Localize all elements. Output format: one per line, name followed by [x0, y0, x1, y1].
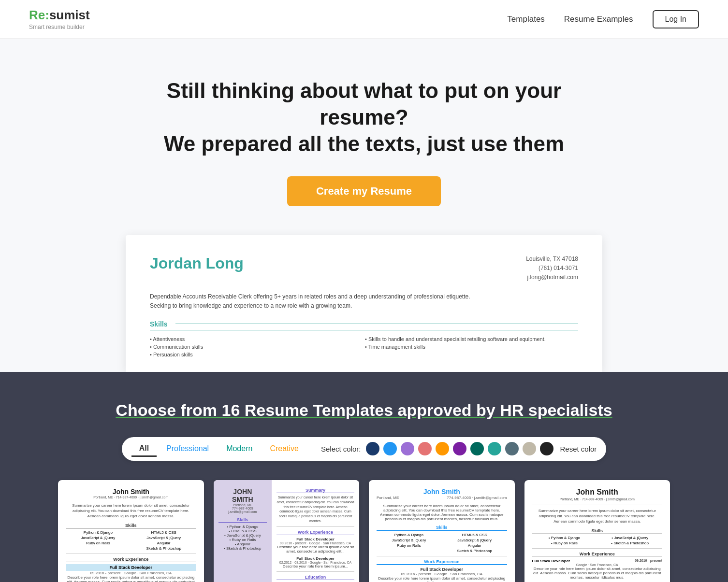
t1-name: John Smith — [66, 488, 196, 496]
t4-work-label: Work Experience — [532, 552, 663, 557]
reset-color-button[interactable]: Reset color — [560, 445, 597, 453]
template-card-4-inner: John Smith Portland, ME · 714-987-4009 ·… — [524, 480, 670, 582]
preview-skills-title: Skills — [150, 320, 578, 330]
t2-work-label: Work Experience — [277, 530, 354, 535]
t2-name: JOHNSMITH — [218, 488, 267, 503]
t2-summary: Summarize your career here lorem ipsum d… — [277, 495, 354, 524]
t1-summary: Summarize your career here lorem ipsum d… — [66, 503, 196, 519]
color-dots: Reset color — [366, 442, 597, 455]
template-card-1[interactable]: John Smith Portland, ME · 714-987-4009 ·… — [58, 480, 204, 582]
templates-section-title: Choose from 16 Resume Templates approved… — [29, 401, 699, 420]
t4-skills-grid: • Python & Django • JavaScript & jQuery … — [532, 536, 663, 545]
t2-skills-label: Skills — [218, 517, 267, 523]
t1-skills-grid: Python & Django HTML5 & CSS JavaScript &… — [66, 530, 196, 551]
color-dot-teal[interactable] — [488, 442, 501, 455]
nav-templates[interactable]: Templates — [507, 14, 544, 24]
t4-name: John Smith — [532, 488, 663, 497]
template-card-1-inner: John Smith Portland, ME · 714-987-4009 ·… — [58, 480, 204, 582]
template-card-3[interactable]: John Smith Portland, ME 774-987-4005 · j… — [369, 480, 515, 582]
color-dot-purple[interactable] — [401, 442, 414, 455]
t3-skills-label: Skills — [377, 525, 507, 531]
logo: Re:sumist Smart resume builder — [29, 8, 90, 30]
template-card-3-inner: John Smith Portland, ME 774-987-4005 · j… — [369, 480, 515, 582]
template-card-4[interactable]: John Smith Portland, ME · 714-987-4009 ·… — [524, 480, 670, 582]
cta-create-resume[interactable]: Create my Resume — [287, 176, 441, 206]
filter-tab-all[interactable]: All — [131, 441, 157, 457]
t1-contact: Portland, ME · 714-987-4009 · j.smith@gm… — [66, 496, 196, 499]
filter-tab-creative[interactable]: Creative — [262, 441, 306, 456]
main-nav: Templates Resume Examples Log In — [507, 10, 699, 28]
t1-work-label: Work Experience — [66, 557, 196, 562]
color-dot-grey[interactable] — [523, 442, 536, 455]
preview-name: Jordan Long — [150, 255, 244, 272]
t2-contact: Portland, ME774-987-4009j.smith@gmail.co… — [218, 503, 267, 513]
t4-job-1: Full Stack Developer 09.2016 - present G… — [532, 559, 663, 580]
t3-skills-grid: Python & Django HTML5 & CSS JavaScript &… — [377, 533, 507, 553]
color-dot-dark-blue[interactable] — [366, 442, 379, 455]
preview-contact: Louisville, TX 47018 (761) 014-3071 j.lo… — [526, 255, 578, 283]
color-dot-blue[interactable] — [383, 442, 397, 455]
filter-bar: All Professional Modern Creative Select … — [122, 437, 607, 461]
hero-section: Still thinking about what to put on your… — [0, 39, 728, 372]
preview-summary: Dependable Accounts Receivable Clerk off… — [150, 292, 488, 311]
t2-edu-label: Education — [277, 575, 354, 580]
t3-work-label: Work Experience — [377, 559, 507, 565]
filter-tabs: All Professional Modern Creative — [131, 441, 306, 457]
resume-preview: Jordan Long Louisville, TX 47018 (761) 0… — [126, 235, 602, 372]
templates-section: Choose from 16 Resume Templates approved… — [0, 372, 728, 582]
template-card-2-inner: JOHNSMITH Portland, ME774-987-4009j.smit… — [214, 480, 360, 582]
color-dot-deep-purple[interactable] — [453, 442, 466, 455]
color-select-area: Select color: Reset color — [321, 442, 597, 455]
t3-summary: Summarize your career here lorem ipsum d… — [377, 504, 507, 521]
nav-resume-examples[interactable]: Resume Examples — [564, 14, 633, 24]
color-dot-orange[interactable] — [436, 442, 449, 455]
filter-tab-professional[interactable]: Professional — [159, 441, 217, 456]
preview-skills: Attentiveness Skills to handle and under… — [150, 336, 578, 357]
t2-summary-label: Summary — [277, 488, 354, 493]
resume-preview-wrapper: Jordan Long Louisville, TX 47018 (761) 0… — [29, 235, 699, 372]
filter-tab-modern[interactable]: Modern — [218, 441, 260, 456]
hero-title: Still thinking about what to put on your… — [146, 77, 582, 157]
template-card-2[interactable]: JOHNSMITH Portland, ME774-987-4009j.smit… — [214, 480, 360, 582]
color-dot-dark-teal[interactable] — [470, 442, 484, 455]
logo-tagline: Smart resume builder — [29, 24, 90, 30]
header: Re:sumist Smart resume builder Templates… — [0, 0, 728, 39]
t2-right-column: Summary Summarize your career here lorem… — [272, 480, 359, 582]
templates-grid: John Smith Portland, ME · 714-987-4009 ·… — [29, 480, 699, 582]
color-dot-steel-blue[interactable] — [505, 442, 519, 455]
color-dot-coral[interactable] — [418, 442, 432, 455]
login-button[interactable]: Log In — [653, 10, 699, 28]
t1-skills-label: Skills — [66, 523, 196, 528]
t3-name: John Smith — [377, 488, 507, 496]
t4-summary: Summarize your career here lorem ipsum d… — [532, 508, 663, 525]
color-select-label: Select color: — [321, 445, 361, 453]
t4-contact: Portland, ME · 714-987-4009 · j.smith@gm… — [532, 497, 663, 501]
logo-brand: Re:sumist — [29, 8, 90, 23]
t2-left-column: JOHNSMITH Portland, ME774-987-4009j.smit… — [214, 480, 272, 582]
t3-job-1: Full Stack Developer 09.2016 - present ·… — [377, 567, 507, 582]
color-dot-black[interactable] — [540, 442, 553, 455]
t4-skills-label: Skills — [532, 528, 663, 534]
t1-job-1: Full Stack Developer 09.2016 - present G… — [66, 564, 196, 582]
t3-contact: Portland, ME 774-987-4005 · j.smith@gmai… — [377, 496, 507, 500]
